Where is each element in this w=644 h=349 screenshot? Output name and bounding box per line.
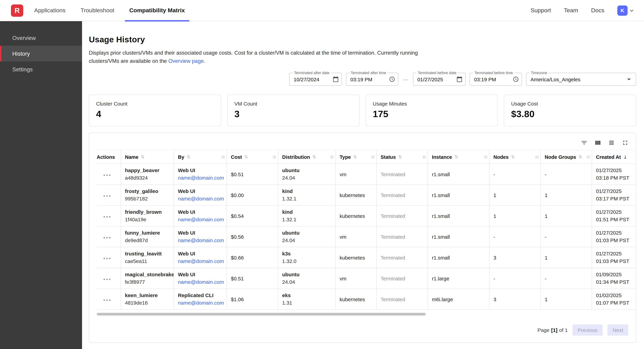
row-actions-button[interactable] [102, 277, 112, 281]
cell-node-groups: 1 [540, 289, 592, 310]
columns-icon[interactable] [594, 139, 602, 146]
column-header-cost[interactable]: Cost⇅ [227, 150, 278, 164]
email-link[interactable]: name@domain.com [178, 258, 224, 265]
sort-icon[interactable]: ⇅ [244, 154, 248, 159]
cell-node-groups: 1 [540, 247, 592, 268]
nav-link-support[interactable]: Support [530, 7, 551, 14]
cell-name: trusting_leavitt cae5ea11 [121, 247, 174, 268]
chevron-down-icon [628, 7, 635, 14]
nav-link-team[interactable]: Team [564, 7, 578, 14]
calendar-icon[interactable] [456, 76, 462, 82]
filter-terminated-after-date[interactable]: Terminated after date 10/27/2024 [289, 73, 342, 86]
stat-label: Usage Cost [511, 101, 629, 106]
row-actions-button[interactable] [102, 257, 112, 261]
sort-icon[interactable]: ⇅ [578, 154, 582, 159]
column-header-distribution[interactable]: Distribution⇅ [278, 150, 335, 164]
stat-value: $3.80 [511, 109, 629, 119]
cell-cost: $0.56 [227, 226, 278, 247]
sort-desc-icon[interactable]: ↓ [623, 154, 627, 160]
sidebar-item-overview[interactable]: Overview [0, 30, 82, 46]
sort-icon[interactable]: ⇅ [312, 154, 316, 159]
row-actions-button[interactable] [102, 298, 112, 302]
nodes-value: - [494, 275, 495, 281]
column-resize-handle[interactable] [535, 156, 538, 158]
cell-status: Terminated [376, 247, 428, 268]
filter-bar: Terminated after date 10/27/2024 Termina… [89, 73, 636, 86]
column-resize-handle[interactable] [330, 156, 334, 158]
clock-icon[interactable] [389, 76, 395, 82]
column-label: Distribution [282, 154, 310, 160]
table-body: happy_beaver a48d9324 Web UI name@domain… [97, 164, 636, 310]
nav-link-docs[interactable]: Docs [591, 7, 604, 14]
email-link[interactable]: name@domain.com [178, 237, 224, 244]
sort-icon[interactable]: ⇅ [511, 154, 515, 159]
field-label: Terminated before time [473, 71, 514, 75]
created-time: 01:34 PM PST [596, 278, 632, 286]
stat-card-usage-cost: Usage Cost $3.80 [504, 95, 636, 126]
filter-terminated-before-date[interactable]: Terminated before date 01/27/2025 [413, 73, 466, 86]
column-label: Instance [432, 154, 452, 160]
column-header-status[interactable]: Status⇅ [376, 150, 428, 164]
filter-icon[interactable] [580, 139, 588, 146]
sidebar-item-history[interactable]: History [0, 46, 82, 61]
column-header-created-at[interactable]: Created At↓ [592, 150, 636, 164]
cell-cost: $0.54 [227, 205, 278, 226]
cell-by: Web UI name@domain.com [174, 226, 227, 247]
nav-tab-compatibility-matrix[interactable]: Compatibility Matrix [122, 0, 192, 21]
email-link[interactable]: name@domain.com [178, 174, 224, 182]
filter-terminated-after-time[interactable]: Terminated after time 03:19 PM [346, 73, 398, 86]
timezone-select[interactable]: Timezone America/Los_Angeles [526, 73, 636, 86]
date-range-separator: — [403, 76, 408, 82]
distribution-name: eks [282, 292, 332, 299]
column-resize-handle[interactable] [272, 156, 276, 158]
row-actions-button[interactable] [102, 173, 112, 177]
user-menu[interactable]: K [617, 5, 635, 15]
column-header-name[interactable]: Name⇅ [121, 150, 174, 164]
column-resize-handle[interactable] [484, 156, 487, 158]
density-icon[interactable] [608, 139, 615, 146]
sidebar-item-settings[interactable]: Settings [0, 61, 82, 77]
column-resize-handle[interactable] [422, 156, 426, 158]
fullscreen-icon[interactable] [622, 139, 629, 146]
column-header-node-groups[interactable]: Node Groups⇅ [540, 150, 592, 164]
column-header-instance[interactable]: Instance⇅ [428, 150, 489, 164]
column-resize-handle[interactable] [371, 156, 374, 158]
calendar-icon[interactable] [332, 76, 339, 82]
table-row: keen_lumiere 4819de16 Replicated CLI nam… [97, 289, 636, 310]
row-actions-button[interactable] [102, 215, 112, 219]
column-header-type[interactable]: Type⇅ [335, 150, 376, 164]
column-header-by[interactable]: By⇅ [174, 150, 227, 164]
sort-icon[interactable]: ⇅ [398, 154, 402, 159]
cell-nodes: 1 [489, 205, 540, 226]
created-by-source: Replicated CLI [178, 292, 223, 299]
row-actions-button[interactable] [102, 194, 112, 198]
previous-page-button[interactable]: Previous [572, 325, 603, 336]
sort-icon[interactable]: ⇅ [454, 154, 458, 159]
column-header-nodes[interactable]: Nodes⇅ [489, 150, 540, 164]
nav-tab-troubleshoot[interactable]: Troubleshoot [73, 0, 122, 21]
app-logo[interactable]: R [11, 4, 23, 16]
overview-page-link[interactable]: Overview page [168, 58, 204, 64]
sort-icon[interactable]: ⇅ [187, 154, 190, 159]
column-resize-handle[interactable] [586, 156, 590, 158]
scrollbar-thumb[interactable] [97, 313, 426, 316]
cell-name: magical_stonebraker fe3f8977 [121, 268, 174, 289]
cell-by: Replicated CLI name@domain.com [174, 289, 227, 310]
email-link[interactable]: name@domain.com [178, 216, 224, 223]
sort-icon[interactable]: ⇅ [353, 154, 357, 159]
column-header-actions: Actions [97, 150, 121, 164]
nav-tab-applications[interactable]: Applications [27, 0, 73, 21]
created-date: 01/27/2025 [596, 250, 632, 258]
clock-icon[interactable] [513, 76, 519, 82]
email-link[interactable]: name@domain.com [178, 195, 224, 203]
next-page-button[interactable]: Next [608, 325, 628, 336]
sort-icon[interactable]: ⇅ [141, 154, 144, 159]
cost-value: $0.00 [231, 192, 244, 198]
cell-distribution: ubuntu 24.04 [278, 268, 335, 289]
filter-terminated-before-time[interactable]: Terminated before time 03:19 PM [470, 73, 522, 86]
row-actions-button[interactable] [102, 236, 112, 240]
horizontal-scrollbar[interactable] [97, 313, 636, 316]
column-resize-handle[interactable] [221, 156, 225, 158]
email-link[interactable]: name@domain.com [178, 278, 224, 286]
email-link[interactable]: name@domain.com [178, 299, 224, 307]
